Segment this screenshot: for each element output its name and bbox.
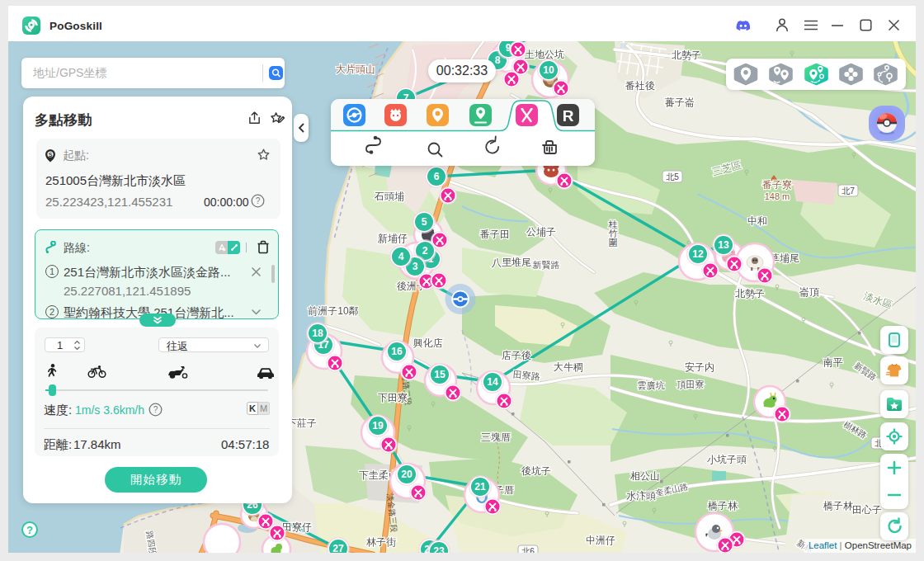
svg-text:北勢子: 北勢子 xyxy=(735,288,765,299)
svg-text:新埔仔: 新埔仔 xyxy=(378,233,408,244)
svg-text:?: ? xyxy=(256,196,261,205)
svg-text:安子内: 安子内 xyxy=(685,361,714,373)
svg-text:公埔子: 公埔子 xyxy=(526,226,556,238)
svg-text:雲廣坑: 雲廣坑 xyxy=(638,380,665,390)
svg-text:橋子林: 橋子林 xyxy=(708,500,738,512)
svg-text:北6: 北6 xyxy=(521,547,535,553)
svg-text:大片頭山: 大片頭山 xyxy=(336,64,375,75)
svg-text:4: 4 xyxy=(398,251,404,262)
svg-text:6: 6 xyxy=(434,171,440,182)
svg-text:21: 21 xyxy=(474,481,486,493)
svg-text:12: 12 xyxy=(692,248,704,260)
svg-text:興化店: 興化店 xyxy=(413,337,443,349)
svg-text:大牛稠: 大牛稠 xyxy=(554,361,583,373)
svg-text:番子田: 番子田 xyxy=(480,229,510,240)
svg-text:小坑子頭: 小坑子頭 xyxy=(707,454,747,465)
svg-text:崙頂: 崙頂 xyxy=(799,286,819,298)
svg-text:2: 2 xyxy=(422,245,428,257)
svg-text:19: 19 xyxy=(372,420,384,431)
svg-text:番子寮: 番子寮 xyxy=(762,179,792,191)
svg-text:3: 3 xyxy=(412,261,418,272)
svg-text:13: 13 xyxy=(718,239,729,251)
svg-text:南平: 南平 xyxy=(823,356,843,368)
svg-text:石頭埔: 石頭埔 xyxy=(374,191,404,202)
svg-text:八里堆尾: 八里堆尾 xyxy=(492,257,531,268)
svg-text:頂田寮: 頂田寮 xyxy=(677,380,705,389)
svg-text:蕃子崙: 蕃子崙 xyxy=(665,97,695,108)
svg-text:8: 8 xyxy=(495,54,501,66)
svg-text:北7: 北7 xyxy=(842,186,855,196)
svg-text:土地公坑: 土地公坑 xyxy=(525,49,564,60)
svg-text:27: 27 xyxy=(332,543,344,553)
svg-text:橋子林: 橋子林 xyxy=(823,500,854,512)
svg-text:中洲仔: 中洲仔 xyxy=(586,535,615,546)
svg-text:北5: 北5 xyxy=(666,172,679,182)
svg-text:田心子: 田心子 xyxy=(852,504,882,516)
svg-text:三塊厝: 三塊厝 xyxy=(481,431,511,443)
svg-text:15: 15 xyxy=(434,369,446,380)
svg-text:水汴頭: 水汴頭 xyxy=(626,490,656,502)
svg-text:?: ? xyxy=(153,405,158,414)
svg-text:北勢子: 北勢子 xyxy=(672,50,701,61)
svg-text:S: S xyxy=(49,152,53,158)
svg-text:桂竹圍: 桂竹圍 xyxy=(608,219,618,248)
svg-text:23: 23 xyxy=(433,545,445,553)
svg-text:下田寮: 下田寮 xyxy=(378,392,408,403)
svg-text:店子後: 店子後 xyxy=(502,350,531,361)
svg-text:R: R xyxy=(563,107,574,125)
svg-text:林子街: 林子街 xyxy=(366,536,396,548)
svg-text:14: 14 xyxy=(487,376,498,388)
svg-text:5: 5 xyxy=(422,216,427,228)
svg-text:16: 16 xyxy=(391,346,403,357)
svg-text:10: 10 xyxy=(543,64,554,76)
svg-text:148 m: 148 m xyxy=(765,191,790,201)
svg-text:前洲子10鄰: 前洲子10鄰 xyxy=(308,305,358,317)
svg-text:田寮仔: 田寮仔 xyxy=(282,521,312,533)
svg-text:18: 18 xyxy=(312,328,323,339)
svg-text:新賢路: 新賢路 xyxy=(533,260,560,270)
svg-text:中和: 中和 xyxy=(747,215,767,227)
svg-text:相公山: 相公山 xyxy=(630,470,660,482)
svg-text:後坑子: 後坑子 xyxy=(521,465,551,477)
svg-text:番社後: 番社後 xyxy=(625,80,655,92)
svg-text:20: 20 xyxy=(401,469,412,480)
